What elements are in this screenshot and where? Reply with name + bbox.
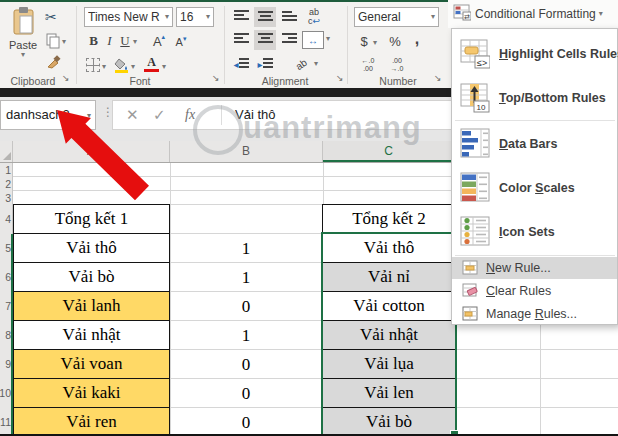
alignment-group-label: Alignment bbox=[240, 75, 330, 87]
row-header[interactable]: 2 bbox=[0, 177, 13, 191]
table-row[interactable]: Vải nỉ bbox=[323, 263, 455, 292]
cell-text: Vải ren bbox=[66, 412, 117, 431]
column-header-b[interactable]: B bbox=[170, 141, 323, 162]
menu-item-label: Color Scales bbox=[499, 181, 575, 195]
menu-item-data-bars[interactable]: Data Bars bbox=[452, 122, 617, 166]
row-header[interactable]: 4 bbox=[0, 205, 13, 234]
increase-decimal-button[interactable]: ←.0 .00 bbox=[355, 57, 381, 73]
enter-icon[interactable]: ✓ bbox=[153, 101, 166, 129]
menu-item-highlight-cells-rules[interactable]: ≤> Highlight Cells Rules bbox=[452, 32, 617, 76]
value-cell[interactable]: 1 bbox=[170, 321, 322, 350]
borders-button[interactable] bbox=[86, 58, 100, 72]
column-header-a[interactable]: A bbox=[13, 141, 170, 162]
align-top-button[interactable] bbox=[230, 7, 252, 27]
align-left-button[interactable] bbox=[230, 30, 252, 50]
merge-center-button[interactable]: ↔ bbox=[302, 31, 324, 49]
table-row[interactable]: Vải ren bbox=[14, 408, 169, 436]
bold-button[interactable]: B bbox=[86, 32, 101, 50]
percent-button[interactable]: % bbox=[386, 32, 404, 51]
table-row[interactable]: Vải cotton bbox=[323, 292, 455, 321]
select-all-corner[interactable] bbox=[0, 141, 13, 162]
menu-item-manage-rules[interactable]: Manage Rules... bbox=[452, 303, 617, 325]
value-cell[interactable]: 0 bbox=[170, 379, 322, 408]
paste-button[interactable]: Paste ▾ bbox=[4, 6, 42, 76]
fill-color-caret-icon[interactable]: ▾ bbox=[131, 63, 135, 71]
paste-icon bbox=[10, 22, 36, 39]
decrease-indent-button[interactable]: ◂ bbox=[230, 54, 252, 74]
column-header-c[interactable]: C bbox=[323, 141, 455, 162]
borders-caret-icon[interactable]: ▾ bbox=[102, 63, 106, 71]
cell-text: 0 bbox=[242, 297, 251, 316]
menu-item-top-bottom-rules[interactable]: 10 Top/Bottom Rules bbox=[452, 76, 617, 120]
indent-lines-icon bbox=[239, 57, 249, 71]
font-size-combo[interactable]: 16 ▾ bbox=[176, 7, 214, 27]
name-box[interactable]: danhsach2 ▾ bbox=[0, 100, 96, 130]
currency-button[interactable]: $ bbox=[356, 32, 372, 51]
number-format-combo[interactable]: General ▾ bbox=[354, 7, 439, 27]
table-row[interactable]: Vải thô bbox=[14, 234, 169, 263]
cut-button[interactable]: ✂ bbox=[45, 9, 57, 25]
cell-text: Vải len bbox=[364, 383, 414, 402]
italic-button[interactable]: I bbox=[103, 32, 116, 50]
menu-item-new-rule[interactable]: New Rule... bbox=[452, 257, 617, 279]
font-name-combo[interactable]: Times New R ▾ bbox=[84, 7, 173, 27]
table-row[interactable]: Vải voan bbox=[14, 350, 169, 379]
table-row[interactable]: Vải bò bbox=[14, 263, 169, 292]
name-box-value: danhsach2 bbox=[6, 107, 70, 122]
icon-sets-icon bbox=[460, 216, 490, 248]
align-middle-button[interactable] bbox=[254, 7, 276, 27]
grow-font-button[interactable]: A▴ bbox=[150, 32, 168, 50]
clipboard-dialog-launcher-icon[interactable]: ↘ bbox=[62, 74, 70, 83]
table-title-cell[interactable]: Tổng kết 2 bbox=[323, 205, 455, 234]
comma-button[interactable]: , bbox=[410, 29, 424, 48]
value-cell[interactable]: 0 bbox=[170, 292, 322, 321]
conditional-formatting-button[interactable]: ⇄ Conditional Formatting ▾ bbox=[448, 0, 618, 27]
table-row[interactable]: Vải lụa bbox=[323, 350, 455, 379]
shrink-font-button[interactable]: A▾ bbox=[172, 33, 190, 51]
table-title-cell[interactable]: Tổng kết 1 bbox=[14, 205, 169, 234]
cell-text: 0 bbox=[242, 384, 251, 403]
increase-indent-button[interactable]: ▸ bbox=[254, 54, 276, 74]
value-cell[interactable]: 0 bbox=[170, 408, 322, 436]
font-color-caret-icon[interactable]: ▾ bbox=[162, 63, 166, 71]
align-center-button[interactable] bbox=[254, 30, 276, 50]
conditional-formatting-icon: ⇄ bbox=[453, 3, 471, 25]
underline-button[interactable]: U bbox=[118, 32, 132, 50]
alignment-dialog-launcher-icon[interactable]: ↘ bbox=[336, 74, 344, 83]
wrap-text-button[interactable]: ab c↩ bbox=[302, 6, 326, 28]
table-row[interactable]: Vải nhật bbox=[14, 321, 169, 350]
formula-input[interactable]: Vải thô bbox=[235, 101, 275, 129]
underline-caret-icon[interactable]: ▾ bbox=[133, 38, 137, 46]
copy-button[interactable] bbox=[46, 33, 60, 53]
merge-caret-icon[interactable]: ▾ bbox=[326, 35, 330, 43]
font-dialog-launcher-icon[interactable]: ↘ bbox=[212, 74, 220, 83]
svg-text:≤>: ≤> bbox=[477, 58, 487, 68]
font-color-button[interactable]: A bbox=[144, 56, 159, 72]
currency-caret-icon[interactable]: ▾ bbox=[373, 39, 377, 47]
insert-function-icon[interactable]: fx bbox=[185, 101, 195, 129]
value-cell[interactable]: 1 bbox=[170, 263, 322, 292]
value-cell[interactable]: 0 bbox=[170, 350, 322, 379]
table-row[interactable]: Vải lanh bbox=[14, 292, 169, 321]
cancel-icon[interactable]: ✕ bbox=[126, 101, 139, 129]
menu-item-color-scales[interactable]: Color Scales bbox=[452, 166, 617, 210]
menu-item-clear-rules[interactable]: Clear Rules bbox=[452, 280, 617, 302]
table-row[interactable]: Vải bò bbox=[323, 408, 455, 436]
value-cell[interactable]: 1 bbox=[170, 234, 322, 263]
cell-text: 0 bbox=[242, 355, 251, 374]
table-row[interactable]: Vải thô bbox=[323, 234, 455, 263]
number-dialog-launcher-icon[interactable]: ↘ bbox=[434, 74, 442, 83]
align-bottom-button[interactable] bbox=[278, 7, 300, 27]
table-row[interactable]: Vải len bbox=[323, 379, 455, 408]
format-painter-button[interactable] bbox=[46, 54, 61, 74]
table-row[interactable]: Vải nhật bbox=[323, 321, 455, 350]
row-header[interactable]: 1 bbox=[0, 163, 13, 177]
decrease-decimal-button[interactable]: .00 →.0 bbox=[384, 57, 410, 73]
copy-caret-icon[interactable]: ▾ bbox=[62, 38, 66, 46]
table-row[interactable]: Vải kaki bbox=[14, 379, 169, 408]
orientation-caret-icon[interactable]: ▾ bbox=[314, 60, 318, 68]
menu-item-icon-sets[interactable]: Icon Sets bbox=[452, 210, 617, 254]
font-size-value: 16 bbox=[180, 10, 206, 24]
align-right-button[interactable] bbox=[278, 30, 300, 50]
row-header[interactable]: 3 bbox=[0, 191, 13, 205]
